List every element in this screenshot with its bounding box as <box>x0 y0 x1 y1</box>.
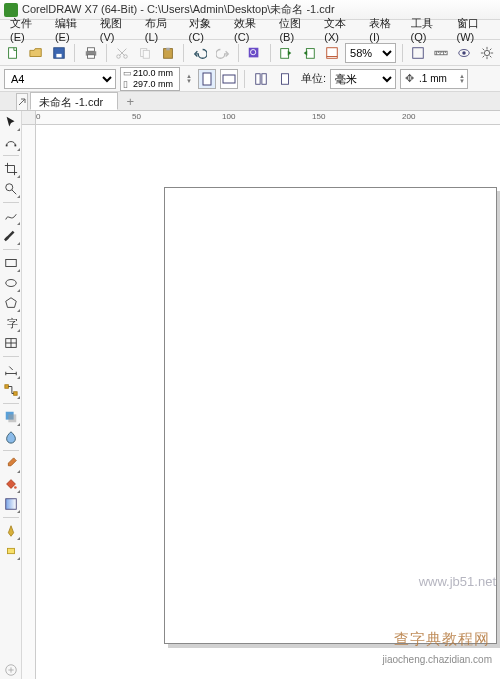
printer-icon <box>84 46 98 60</box>
tool-quick-customize[interactable] <box>2 661 20 679</box>
zoom-select[interactable]: 58% <box>345 43 396 63</box>
rulers-button[interactable] <box>432 43 451 63</box>
tool-dimension[interactable] <box>2 361 20 379</box>
menu-tools[interactable]: 工具(Q) <box>405 14 449 45</box>
page-height-input[interactable] <box>133 79 177 89</box>
eyedropper-icon <box>4 457 18 471</box>
options-button[interactable] <box>477 43 496 63</box>
svg-rect-37 <box>8 414 16 422</box>
menu-edit[interactable]: 编辑(E) <box>49 14 92 45</box>
publish-button[interactable] <box>322 43 341 63</box>
menu-layout[interactable]: 布局(L) <box>139 14 181 45</box>
fullscreen-button[interactable] <box>409 43 428 63</box>
menu-table[interactable]: 表格(I) <box>363 14 402 45</box>
svg-point-21 <box>484 50 489 55</box>
open-button[interactable] <box>27 43 46 63</box>
page-icon <box>278 72 292 86</box>
folder-open-icon <box>29 46 43 60</box>
menu-effect[interactable]: 效果(C) <box>228 14 271 45</box>
dim-spinner[interactable]: ▲▼ <box>184 74 194 84</box>
orientation-portrait-button[interactable] <box>198 69 216 89</box>
nudge-spinner[interactable]: ▲▼ <box>457 74 467 84</box>
svg-rect-14 <box>281 48 289 58</box>
tool-rectangle[interactable] <box>2 254 20 272</box>
tool-fill[interactable] <box>2 475 20 493</box>
dimension-icon <box>4 363 18 377</box>
table-icon <box>4 336 18 350</box>
vertical-ruler[interactable] <box>22 125 36 679</box>
svg-point-38 <box>14 486 17 489</box>
tool-zoom[interactable] <box>2 180 20 198</box>
tool-artistic[interactable] <box>2 227 20 245</box>
menu-view[interactable]: 视图(V) <box>94 14 137 45</box>
tab-document-label: 未命名 -1.cdr <box>39 96 103 108</box>
svg-rect-24 <box>256 73 260 84</box>
tool-transparency[interactable] <box>2 428 20 446</box>
menu-window[interactable]: 窗口(W) <box>451 14 496 45</box>
save-button[interactable] <box>50 43 69 63</box>
paste-button[interactable] <box>159 43 178 63</box>
undo-button[interactable] <box>190 43 209 63</box>
tool-pick[interactable] <box>2 113 20 131</box>
workspace: 字 0 50 100 150 200 <box>0 111 500 679</box>
nudge-input[interactable] <box>417 70 457 88</box>
menu-object[interactable]: 对象(C) <box>183 14 226 45</box>
svg-rect-15 <box>306 48 314 58</box>
tool-shape[interactable] <box>2 133 20 151</box>
tool-crop[interactable] <box>2 160 20 178</box>
search-button[interactable] <box>245 43 264 63</box>
page-width-input[interactable] <box>133 68 177 78</box>
brush-icon <box>4 229 18 243</box>
menu-file[interactable]: 文件(E) <box>4 14 47 45</box>
rectangle-icon <box>4 256 18 270</box>
tool-outline[interactable] <box>2 522 20 540</box>
units-select[interactable]: 毫米 <box>330 69 396 89</box>
cut-button[interactable] <box>113 43 132 63</box>
canvas-view[interactable] <box>36 125 500 679</box>
ruler-tick: 0 <box>36 112 40 121</box>
ruler-tick: 150 <box>312 112 325 121</box>
tool-ellipse[interactable] <box>2 274 20 292</box>
svg-rect-28 <box>14 145 16 147</box>
tool-polygon[interactable] <box>2 294 20 312</box>
scissors-icon <box>115 46 129 60</box>
toolbar-sep <box>270 44 271 62</box>
horizontal-ruler[interactable]: 0 50 100 150 200 <box>36 111 500 125</box>
redo-button[interactable] <box>213 43 232 63</box>
svg-rect-22 <box>203 73 211 85</box>
copy-button[interactable] <box>136 43 155 63</box>
svg-rect-2 <box>56 53 61 57</box>
preview-button[interactable] <box>454 43 473 63</box>
rulers-icon <box>434 46 448 60</box>
orientation-landscape-button[interactable] <box>220 69 238 89</box>
polygon-icon <box>4 296 18 310</box>
paper-size-select[interactable]: A4 <box>4 69 116 89</box>
print-button[interactable] <box>81 43 100 63</box>
tool-connector[interactable] <box>2 381 20 399</box>
all-pages-button[interactable] <box>251 69 271 89</box>
tool-freehand[interactable] <box>2 207 20 225</box>
menu-text[interactable]: 文本(X) <box>318 14 361 45</box>
freehand-icon <box>4 209 18 223</box>
new-button[interactable] <box>4 43 23 63</box>
connector-icon <box>4 383 18 397</box>
tool-smartfill[interactable] <box>2 495 20 513</box>
tool-text[interactable]: 字 <box>2 314 20 332</box>
toolbar-sep <box>183 44 184 62</box>
current-page-button[interactable] <box>275 69 295 89</box>
bucket-icon <box>4 477 18 491</box>
nudge-block: ✥ ▲▼ <box>400 69 468 89</box>
width-icon: ▭ <box>123 68 131 78</box>
tool-eyedropper[interactable] <box>2 455 20 473</box>
tool-dropshadow[interactable] <box>2 408 20 426</box>
ruler-origin[interactable] <box>22 111 36 125</box>
export-button[interactable] <box>299 43 318 63</box>
import-button[interactable] <box>277 43 296 63</box>
tool-interactive[interactable] <box>2 542 20 560</box>
undo-icon <box>193 46 207 60</box>
menu-bitmap[interactable]: 位图(B) <box>273 14 316 45</box>
tab-document[interactable]: 未命名 -1.cdr <box>30 92 118 110</box>
tool-table[interactable] <box>2 334 20 352</box>
tab-anchor-icon[interactable] <box>16 93 28 110</box>
add-tab-button[interactable]: + <box>122 94 138 110</box>
